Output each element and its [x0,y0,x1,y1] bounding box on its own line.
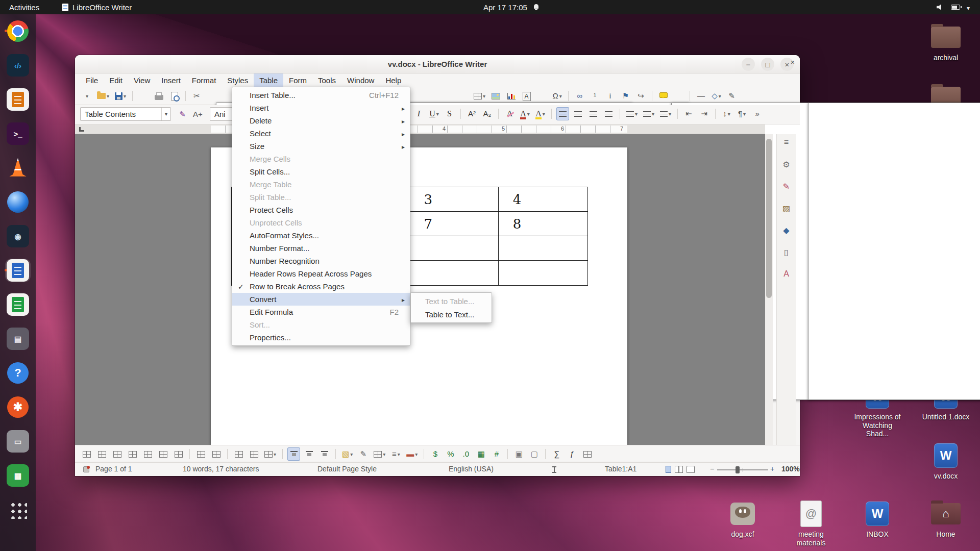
export-pdf-button[interactable] [137,89,150,103]
vlc-dock-item[interactable] [5,156,31,180]
battery-icon[interactable] [951,5,960,10]
menu-item[interactable]: Insert [232,102,410,114]
border-style-button[interactable]: ≡ [389,447,402,461]
cut-button[interactable]: ✂ [190,89,203,103]
track-changes-button[interactable] [672,89,685,103]
paragraph-spacing-button[interactable]: ¶ [736,107,748,120]
disk-utility-dock-item[interactable]: ▭ [5,430,31,453]
clear-direct-formatting-button[interactable]: A [503,107,516,120]
zoom-slider[interactable] [717,469,768,470]
optimize-size-button[interactable] [263,447,278,461]
menubar-item[interactable]: Edit [104,73,128,87]
highlighting-color-button[interactable]: A [534,107,547,120]
menu-item[interactable]: Insert Table... Ctrl+F12 [232,89,410,102]
menu-item[interactable]: Split Table... [232,191,410,204]
chrome-dock-item[interactable] [5,19,31,43]
menubar-item[interactable]: View [128,73,156,87]
table-properties-button[interactable] [581,447,594,461]
activities-button[interactable]: Activities [9,3,39,12]
insert-hyperlink-button[interactable]: ∞ [573,89,586,103]
menu-item[interactable]: Size [232,140,410,153]
menu-item[interactable]: Properties... [232,331,410,344]
save-button[interactable] [113,89,128,103]
insert-row-below-button[interactable] [95,447,108,461]
ordered-list-button[interactable] [642,107,656,120]
font-color-button[interactable]: A [519,107,531,120]
insert-bookmark-button[interactable]: ⚑ [619,89,632,103]
table-cell[interactable] [499,236,587,261]
menubar-item[interactable]: Styles [222,73,254,87]
menubar-item[interactable]: Tools [312,73,341,87]
unprotect-cells-button[interactable]: ▢ [528,447,541,461]
table-cell[interactable]: 4 [499,187,587,212]
paragraph-style-combo[interactable]: Table Contents ▾ [80,107,171,121]
paragraph-style-caret-icon[interactable]: ▾ [161,108,170,120]
insert-footnote-button[interactable]: ¹ [589,89,601,103]
folder-home[interactable]: ⌂ Home [919,499,973,539]
chevron-down-icon[interactable] [967,3,970,12]
word-count[interactable]: 10 words, 17 characters [183,465,259,473]
menu-item[interactable]: Number Format... [232,242,410,255]
print-preview-button[interactable] [168,89,181,103]
single-page-view-button[interactable] [666,466,671,473]
delete-row-button[interactable] [141,447,154,461]
submenu-item[interactable]: Table to Text... [411,308,492,321]
increase-indent-button[interactable]: ⇥ [698,107,710,120]
sum-button[interactable]: ∑ [550,447,563,461]
insert-text-box-button[interactable]: A [520,89,533,103]
style-inspector-deck-icon[interactable]: A [780,267,793,281]
menu-item[interactable]: Delete [232,114,410,127]
steam-dock-item[interactable]: ◉ [5,224,31,248]
insert-chart-button[interactable] [505,89,518,103]
border-color-button[interactable]: ▬ [405,447,419,461]
menu-item[interactable]: Merge Table [232,178,410,191]
media-sphere-dock-item[interactable] [5,190,31,214]
insert-page-break-button[interactable] [535,89,548,103]
file-vv[interactable]: W vv.docx [919,441,973,481]
menu-item[interactable]: Merge Cells [232,153,410,165]
line-spacing-button[interactable]: ↕ [720,107,733,120]
table-cell[interactable] [410,261,499,285]
menubar-item[interactable]: Table [254,73,283,87]
menu-item[interactable]: Split Cells... [232,165,410,178]
menu-item[interactable]: Protect Cells [232,204,410,216]
justified-button[interactable] [602,107,615,120]
decrease-indent-button[interactable]: ⇤ [682,107,695,120]
text-language[interactable]: English (USA) [449,465,494,473]
insert-row-above-button[interactable] [80,447,93,461]
menubar-item[interactable]: File [80,73,104,87]
insert-comment-button[interactable] [657,89,670,103]
libreoffice-calc-dock-item[interactable] [5,293,31,316]
insert-cross-reference-button[interactable]: ↪ [634,89,647,103]
file-dog-xcf[interactable]: dog.xcf [716,499,770,539]
folder-archival[interactable]: archival [919,22,973,62]
file-cabinet-dock-item[interactable]: ▤ [5,327,31,350]
menu-item[interactable]: AutoFormat Styles... [232,229,410,242]
menu-item[interactable]: Header Rows Repeat Across Pages [232,267,410,280]
underline-button[interactable]: U [428,107,440,120]
vertical-scrollbar[interactable] [765,134,773,445]
table-cell[interactable]: 3 [410,187,499,212]
align-left-button[interactable] [556,107,569,120]
help-dock-item[interactable]: ? [5,361,31,385]
merge-cells-button[interactable] [232,447,245,461]
insert-image-button[interactable] [489,89,502,103]
page-deck-icon[interactable]: ▯ [780,245,793,259]
new-style-from-selection-button[interactable]: A+ [191,107,204,120]
clock-menu[interactable]: Apr 17 17:05 [483,3,539,12]
superscript-button[interactable]: A² [465,107,478,120]
titlebar[interactable]: vv.docx - LibreOffice Writer − □ × [75,55,800,73]
maximize-button[interactable]: □ [761,58,774,71]
insert-column-before-button[interactable] [111,447,124,461]
menubar-item[interactable]: Help [380,73,407,87]
menubar-item[interactable]: Insert [156,73,186,87]
gallery-deck-icon[interactable]: ▨ [780,202,793,215]
menu-item[interactable]: Select [232,127,410,140]
insert-table-button[interactable] [472,89,487,103]
scrollbar-thumb[interactable] [766,139,772,298]
close-document-button[interactable]: × [791,55,795,69]
table-cell-background-color-button[interactable]: ▧ [340,447,354,461]
outline-format-button[interactable] [658,107,673,120]
insert-endnote-button[interactable]: i [604,89,617,103]
focused-app-menu[interactable]: LibreOffice Writer [62,3,132,12]
